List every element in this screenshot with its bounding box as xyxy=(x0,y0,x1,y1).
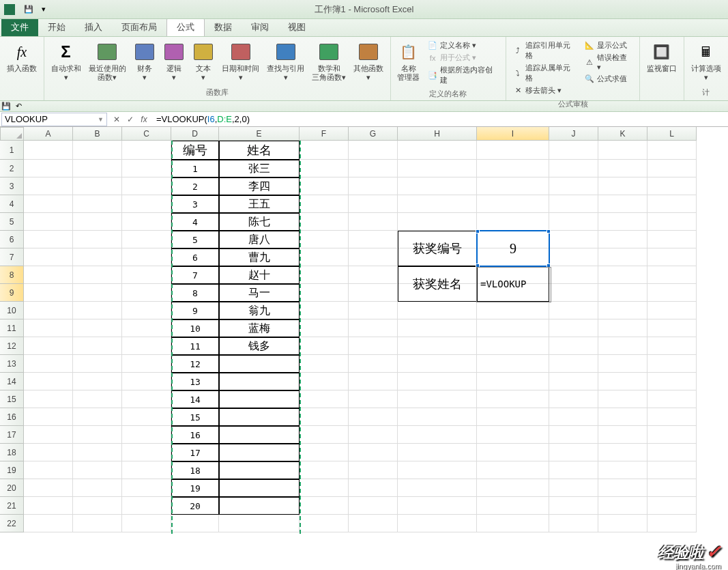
cell-I11[interactable] xyxy=(477,319,549,337)
cell-L1[interactable] xyxy=(647,141,697,160)
cell-D7[interactable]: 6 xyxy=(171,248,219,266)
cell-C22[interactable] xyxy=(122,515,171,532)
cell-G18[interactable] xyxy=(349,444,398,461)
row-header-21[interactable]: 21 xyxy=(0,497,24,515)
cell-C18[interactable] xyxy=(122,444,171,461)
cell-G20[interactable] xyxy=(349,479,398,497)
cell-E13[interactable] xyxy=(219,355,300,373)
cell-A16[interactable] xyxy=(24,408,73,426)
cell-H18[interactable] xyxy=(398,444,477,461)
cell-G5[interactable] xyxy=(349,213,398,231)
cell-K17[interactable] xyxy=(598,426,647,444)
qat2-save-icon[interactable]: 💾 xyxy=(1,102,11,111)
watch-window-button[interactable]: 🔲 监视窗口 xyxy=(644,40,680,74)
cell-B9[interactable] xyxy=(73,284,122,302)
cell-A13[interactable] xyxy=(24,355,73,373)
cell-D9[interactable]: 8 xyxy=(171,284,219,302)
cell-B16[interactable] xyxy=(73,408,122,426)
cell-E22[interactable] xyxy=(219,515,300,532)
row-header-15[interactable]: 15 xyxy=(0,390,24,408)
cell-A4[interactable] xyxy=(24,195,73,213)
cell-J8[interactable] xyxy=(549,266,598,284)
cell-L14[interactable] xyxy=(647,373,697,390)
cell-A3[interactable] xyxy=(24,177,73,195)
cell-F20[interactable] xyxy=(300,479,349,497)
cell-F12[interactable] xyxy=(300,337,349,355)
cell-D19[interactable]: 18 xyxy=(171,461,219,479)
menu-home[interactable]: 开始 xyxy=(38,18,75,36)
cell-L5[interactable] xyxy=(647,213,697,231)
cell-E8[interactable]: 赵十 xyxy=(219,266,300,284)
cell-G7[interactable] xyxy=(349,248,398,266)
cell-A2[interactable] xyxy=(24,160,73,177)
cell-G10[interactable] xyxy=(349,302,398,319)
cell-G19[interactable] xyxy=(349,461,398,479)
cell-J1[interactable] xyxy=(549,141,598,160)
cell-G6[interactable] xyxy=(349,231,398,248)
cell-L19[interactable] xyxy=(647,461,697,479)
col-header-I[interactable]: I xyxy=(477,127,549,141)
row-header-20[interactable]: 20 xyxy=(0,479,24,497)
cell-F13[interactable] xyxy=(300,355,349,373)
cancel-formula-button[interactable]: ✕ xyxy=(111,114,122,125)
cell-G17[interactable] xyxy=(349,426,398,444)
menu-layout[interactable]: 页面布局 xyxy=(112,18,166,36)
cell-G14[interactable] xyxy=(349,373,398,390)
cell-J14[interactable] xyxy=(549,373,598,390)
cell-L22[interactable] xyxy=(647,515,697,532)
cell-B15[interactable] xyxy=(73,390,122,408)
cell-K18[interactable] xyxy=(598,444,647,461)
cell-F3[interactable] xyxy=(300,177,349,195)
cell-H21[interactable] xyxy=(398,497,477,515)
cell-B21[interactable] xyxy=(73,497,122,515)
cell-C14[interactable] xyxy=(122,373,171,390)
fn-lib-button-0[interactable]: Σ自动求和 ▾ xyxy=(48,40,83,83)
fn-lib-button-3[interactable]: 逻辑 ▾ xyxy=(160,40,187,83)
cell-A9[interactable] xyxy=(24,284,73,302)
cell-K9[interactable] xyxy=(598,284,647,302)
cell-J19[interactable] xyxy=(549,461,598,479)
cell-K10[interactable] xyxy=(598,302,647,319)
cell-C10[interactable] xyxy=(122,302,171,319)
cell-F8[interactable] xyxy=(300,266,349,284)
cell-E16[interactable] xyxy=(219,408,300,426)
cells-grid[interactable]: 编号姓名1张三2李四3王五4陈七5唐八6曹九7赵十8马一9翁九10蓝梅11钱多1… xyxy=(24,141,697,532)
col-header-B[interactable]: B xyxy=(73,127,122,141)
cell-L13[interactable] xyxy=(647,355,697,373)
cell-A17[interactable] xyxy=(24,426,73,444)
cell-J4[interactable] xyxy=(549,195,598,213)
cell-B3[interactable] xyxy=(73,177,122,195)
row-header-11[interactable]: 11 xyxy=(0,319,24,337)
cell-C20[interactable] xyxy=(122,479,171,497)
cell-C17[interactable] xyxy=(122,426,171,444)
audit-item-1-2[interactable]: 🔍公式求值 xyxy=(582,73,635,85)
cell-E12[interactable]: 钱多 xyxy=(219,337,300,355)
cell-I22[interactable] xyxy=(477,515,549,532)
cell-C5[interactable] xyxy=(122,213,171,231)
cell-F10[interactable] xyxy=(300,302,349,319)
cell-H4[interactable] xyxy=(398,195,477,213)
cell-F18[interactable] xyxy=(300,444,349,461)
cell-G16[interactable] xyxy=(349,408,398,426)
cell-A7[interactable] xyxy=(24,248,73,266)
row-header-12[interactable]: 12 xyxy=(0,337,24,355)
cell-D16[interactable]: 15 xyxy=(171,408,219,426)
cell-K7[interactable] xyxy=(598,248,647,266)
cell-G1[interactable] xyxy=(349,141,398,160)
cell-H17[interactable] xyxy=(398,426,477,444)
cell-K19[interactable] xyxy=(598,461,647,479)
cell-L3[interactable] xyxy=(647,177,697,195)
cell-F4[interactable] xyxy=(300,195,349,213)
cell-G15[interactable] xyxy=(349,390,398,408)
formula-input[interactable]: =VLOOKUP(I6,D:E,2,0) xyxy=(152,114,728,124)
cell-L6[interactable] xyxy=(647,231,697,248)
cell-B2[interactable] xyxy=(73,160,122,177)
fn-lib-button-4[interactable]: 文本 ▾ xyxy=(190,40,217,83)
cell-B11[interactable] xyxy=(73,319,122,337)
audit-item-1-1[interactable]: ⚠错误检查 ▾ xyxy=(582,52,635,72)
row-header-16[interactable]: 16 xyxy=(0,408,24,426)
fn-lib-button-1[interactable]: 最近使用的 函数▾ xyxy=(86,40,128,83)
enter-formula-button[interactable]: ✓ xyxy=(125,114,136,125)
cell-K3[interactable] xyxy=(598,177,647,195)
cell-L9[interactable] xyxy=(647,284,697,302)
